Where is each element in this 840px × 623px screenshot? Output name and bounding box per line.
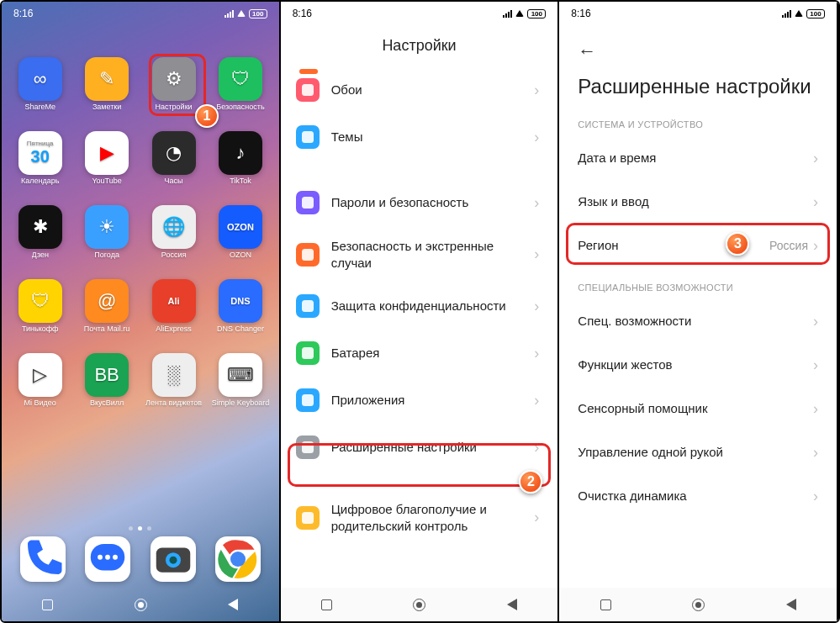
battery-icon: 100 <box>806 9 825 18</box>
chevron-right-icon: › <box>534 129 539 146</box>
app-shareme[interactable]: ∞ShareMe <box>7 57 73 126</box>
settings-row[interactable]: Спец. возможности› <box>559 299 837 343</box>
home-screen: 8:16 100 ∞ShareMe✎Заметки⚙Настройки🛡Безо… <box>2 2 281 621</box>
chevron-right-icon: › <box>813 313 818 330</box>
svg-rect-13 <box>302 249 314 261</box>
nav-recents[interactable] <box>600 599 611 610</box>
row-label: Батарея <box>331 345 535 362</box>
app-лента-виджетов[interactable]: ░Лента виджетов <box>140 353 207 422</box>
nav-back[interactable] <box>228 599 238 610</box>
row-label: Язык и ввод <box>578 193 813 210</box>
app-часы[interactable]: ◔Часы <box>140 131 207 200</box>
row-label: Расширенные настройки <box>331 439 535 456</box>
row-label: Приложения <box>331 392 535 409</box>
app-label: OZON <box>230 251 251 260</box>
settings-row[interactable]: Функции жестов› <box>559 343 837 387</box>
row-icon <box>296 191 320 214</box>
chevron-right-icon: › <box>534 345 539 362</box>
page-title: Расширенные настройки <box>578 74 818 99</box>
nav-home[interactable] <box>413 599 425 611</box>
app-icon: ∞ <box>18 57 62 101</box>
chevron-right-icon: › <box>534 509 539 526</box>
app-календарь[interactable]: Пятница30Календарь <box>7 131 73 200</box>
app-вкусвилл[interactable]: ВВВкусВилл <box>73 353 140 422</box>
app-label: ВкусВилл <box>90 399 124 408</box>
chevron-right-icon: › <box>813 193 818 211</box>
app-ozon[interactable]: OZONOZON <box>207 205 273 274</box>
svg-rect-11 <box>302 131 314 143</box>
settings-row[interactable]: Очистка динамика› <box>559 474 837 518</box>
app-россия[interactable]: 🌐Россия <box>140 205 207 274</box>
chevron-right-icon: › <box>813 237 818 255</box>
row-icon <box>296 243 320 267</box>
app-youtube[interactable]: ▶YouTube <box>73 131 140 200</box>
app-почта-mail-ru[interactable]: @Почта Mail.ru <box>73 279 140 348</box>
settings-row[interactable]: Обои› <box>281 66 558 114</box>
row-value: Россия <box>769 239 808 252</box>
row-icon <box>296 388 320 412</box>
status-time: 8:16 <box>13 8 33 19</box>
row-icon <box>296 436 320 459</box>
dock-chat[interactable] <box>85 536 130 582</box>
settings-row[interactable]: Защита конфиденциальности› <box>281 282 558 330</box>
settings-row[interactable]: Сенсорный помощник› <box>559 387 837 430</box>
svg-point-2 <box>105 555 110 560</box>
signal-icon <box>225 10 234 18</box>
chevron-right-icon: › <box>813 488 818 505</box>
settings-row[interactable]: Пароли и безопасность› <box>281 179 558 226</box>
settings-row[interactable]: Управление одной рукой› <box>559 430 837 474</box>
dock-phone[interactable] <box>20 536 66 582</box>
app-label: Настройки <box>155 103 192 112</box>
nav-recents[interactable] <box>321 599 332 610</box>
settings-row[interactable]: Язык и ввод› <box>559 180 837 224</box>
app-погода[interactable]: ☀Погода <box>73 205 140 274</box>
status-time: 8:16 <box>293 8 312 19</box>
signal-icon <box>782 10 791 18</box>
nav-home[interactable] <box>135 599 147 611</box>
svg-point-1 <box>98 555 103 560</box>
app-дзен[interactable]: ✱Дзен <box>7 205 73 274</box>
app-tiktok[interactable]: ♪TikTok <box>207 131 273 200</box>
chevron-right-icon: › <box>534 246 539 263</box>
settings-row[interactable]: Расширенные настройки› <box>281 424 558 471</box>
battery-icon: 100 <box>527 9 546 18</box>
row-icon <box>296 294 320 318</box>
app-simple-keyboard[interactable]: ⌨Simple Keyboard <box>207 353 273 422</box>
nav-back[interactable] <box>507 599 517 610</box>
row-label: Обои <box>331 82 535 98</box>
app-dns-changer[interactable]: DNSDNS Changer <box>207 279 273 348</box>
app-заметки[interactable]: ✎Заметки <box>73 57 140 126</box>
section-header: СИСТЕМА И УСТРОЙСТВО <box>559 104 837 136</box>
app-label: Почта Mail.ru <box>84 325 130 334</box>
settings-row[interactable]: Безопасность и экстренные случаи› <box>281 226 558 282</box>
settings-row[interactable]: РегионРоссия› <box>559 224 837 267</box>
app-icon: ⚙ <box>152 57 196 101</box>
chevron-right-icon: › <box>534 194 539 212</box>
app-aliexpress[interactable]: AliAliExpress <box>140 279 207 348</box>
nav-bar <box>2 588 279 621</box>
battery-icon: 100 <box>249 9 267 18</box>
back-button[interactable]: ← <box>578 40 818 62</box>
nav-recents[interactable] <box>42 599 53 610</box>
dock-chrome[interactable] <box>215 536 261 582</box>
settings-row[interactable]: Темы› <box>281 114 558 161</box>
dock-camera[interactable] <box>151 536 196 582</box>
nav-bar <box>559 588 837 621</box>
settings-row[interactable]: Цифровое благополучие и родительский кон… <box>281 489 558 546</box>
status-bar: 8:16 100 <box>281 2 558 25</box>
chevron-right-icon: › <box>813 400 818 418</box>
section-header: СПЕЦИАЛЬНЫЕ ВОЗМОЖНОСТИ <box>559 267 837 299</box>
settings-row[interactable]: Батарея› <box>281 330 558 377</box>
svg-rect-17 <box>302 441 314 453</box>
wifi-icon <box>237 10 246 17</box>
settings-row[interactable]: Дата и время› <box>559 136 837 180</box>
app-mi-видео[interactable]: ▷Mi Видео <box>7 353 73 422</box>
chevron-right-icon: › <box>534 439 539 457</box>
nav-back[interactable] <box>786 599 796 610</box>
settings-row[interactable]: Приложения› <box>281 377 558 424</box>
app-label: AliExpress <box>156 325 192 334</box>
chevron-right-icon: › <box>534 392 539 409</box>
nav-home[interactable] <box>692 599 705 611</box>
app-тинькофф[interactable]: 🛡Тинькофф <box>7 279 73 348</box>
app-icon: ◔ <box>152 131 196 175</box>
